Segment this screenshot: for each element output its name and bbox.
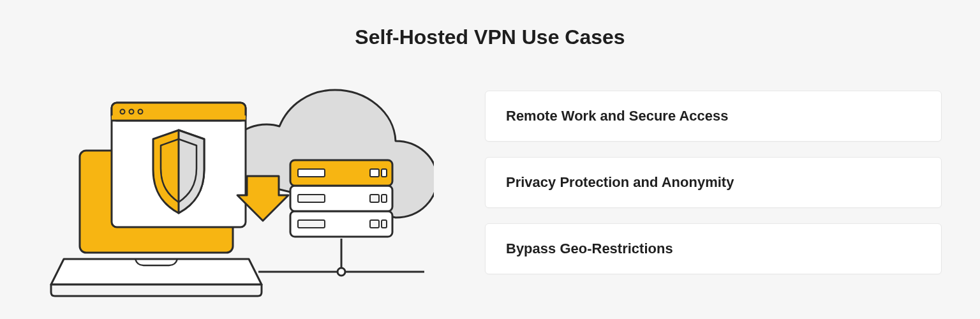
svg-point-11 xyxy=(338,268,345,276)
vpn-illustration xyxy=(38,68,434,297)
svg-rect-24 xyxy=(370,169,379,177)
svg-rect-25 xyxy=(382,169,387,177)
use-case-label: Privacy Protection and Anonymity xyxy=(506,174,734,190)
page-title: Self-Hosted VPN Use Cases xyxy=(38,26,942,49)
use-case-list: Remote Work and Secure Access Privacy Pr… xyxy=(485,91,942,274)
diagram-container: Self-Hosted VPN Use Cases xyxy=(0,0,980,319)
svg-rect-19 xyxy=(370,195,379,202)
svg-rect-23 xyxy=(298,169,325,177)
browser-shield-icon xyxy=(112,103,246,227)
use-case-label: Remote Work and Secure Access xyxy=(506,108,728,124)
svg-rect-13 xyxy=(298,220,325,228)
use-case-card: Remote Work and Secure Access xyxy=(485,91,942,142)
use-case-card: Privacy Protection and Anonymity xyxy=(485,157,942,208)
content-row: Remote Work and Secure Access Privacy Pr… xyxy=(38,64,942,300)
svg-rect-14 xyxy=(370,220,379,228)
use-case-card: Bypass Geo-Restrictions xyxy=(485,223,942,274)
use-case-label: Bypass Geo-Restrictions xyxy=(506,241,673,256)
svg-rect-20 xyxy=(382,195,387,202)
svg-rect-15 xyxy=(382,220,387,228)
svg-rect-18 xyxy=(298,195,325,202)
